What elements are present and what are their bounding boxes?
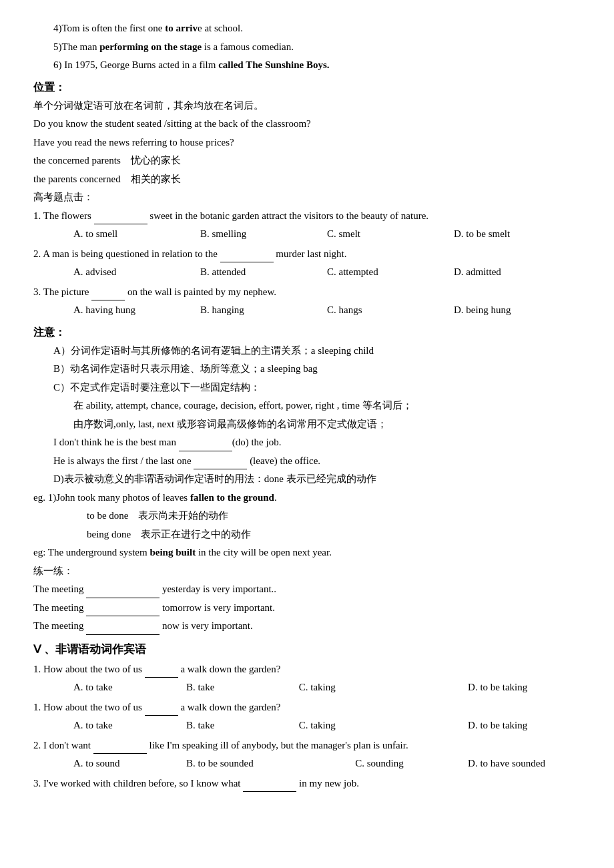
line-5: 5)The man performing on the stage is a f…: [33, 39, 581, 56]
q4b-opt-d: D. to be taking: [468, 717, 581, 734]
notes-title: 注意：: [33, 323, 581, 341]
practice-1-blank: [86, 588, 160, 598]
q3-opt-c: C. hangs: [327, 302, 454, 319]
q4b-stem: 1. How about the two of us a walk down t…: [33, 699, 581, 716]
q3-options: A. having hung B. hanging C. hangs D. be…: [33, 302, 581, 319]
q4a-opt-d: D. to be taking: [468, 679, 581, 696]
fill2: He is always the first / the last one (l…: [33, 453, 581, 470]
q3-opt-b: B. hanging: [200, 302, 327, 319]
practice-2-blank: [86, 606, 160, 616]
example-seated: Do you know the student seated /sitting …: [33, 116, 581, 133]
note-c1: 在 ability, attempt, chance, courage, dec…: [33, 397, 581, 415]
parents-concerned-2: the parents concerned 相关的家长: [33, 171, 581, 188]
q4a-blank: [145, 668, 178, 678]
line-4: 4)Tom is often the first one to arrive a…: [33, 20, 581, 37]
section5-title: Ⅴ 、非谓语动词作宾语: [33, 640, 581, 660]
q4b-opt-a: A. to take: [73, 717, 186, 734]
example-referring: Have you read the news referring to hous…: [33, 134, 581, 152]
document-body: 4)Tom is often the first one to arrive a…: [33, 20, 581, 792]
q5-opt-a: A. to sound: [73, 755, 186, 773]
q5-opt-d: D. to have sounded: [468, 755, 581, 773]
to-be-done: to be done 表示尚未开始的动作: [33, 507, 581, 525]
position-title: 位置：: [33, 78, 581, 96]
fill1-blank: [179, 441, 232, 451]
q4a-opt-c: C. taking: [299, 679, 468, 696]
q2-options: A. advised B. attended C. attempted D. a…: [33, 264, 581, 281]
arrive-rest: e at school.: [198, 23, 243, 33]
q4b-blank: [145, 706, 178, 716]
position-rule: 单个分词做定语可放在名词前，其余均放在名词后。: [33, 97, 581, 115]
q5-stem: 2. I don't want like I'm speaking ill of…: [33, 737, 581, 754]
bold-being-built: being built: [149, 547, 196, 558]
q2-stem: 2. A man is being questioned in relation…: [33, 246, 581, 263]
q1-opt-b: B. smelling: [200, 226, 327, 243]
bold-performing: performing on the stage: [99, 41, 202, 52]
bold-arrive: to arriv: [165, 23, 198, 33]
fill1: I don't think he is the best man (do) th…: [33, 434, 581, 451]
note-c: C）不定式作定语时要注意以下一些固定结构：: [33, 379, 581, 397]
practice-2: The meeting tomorrow is very important.: [33, 600, 581, 617]
q1-opt-c: C. smelt: [327, 226, 454, 243]
q2-opt-a: A. advised: [73, 264, 200, 281]
q5-opt-b: B. to be sounded: [186, 755, 355, 773]
q1-options: A. to smell B. smelling C. smelt D. to b…: [33, 226, 581, 243]
q3-opt-a: A. having hung: [73, 302, 200, 319]
q3-stem: 3. The picture on the wall is painted by…: [33, 284, 581, 301]
q2-opt-b: B. attended: [200, 264, 327, 281]
q1-opt-a: A. to smell: [73, 226, 200, 243]
q1-blank: [94, 214, 147, 224]
q6-stem: 3. I've worked with children before, so …: [33, 775, 581, 793]
q1-stem: 1. The flowers sweet in the botanic gard…: [33, 208, 581, 225]
q4b-opt-b: B. take: [186, 717, 299, 734]
note-d: D)表示被动意义的非谓语动词作定语时的用法：done 表示已经完成的动作: [33, 471, 581, 488]
practice-1: The meeting yesterday is very important.…: [33, 581, 581, 598]
note-b: B）动名词作定语时只表示用途、场所等意义；a sleeping bag: [33, 361, 581, 378]
bold-called: called The Sunshine Boys.: [218, 59, 329, 70]
q1-opt-d: D. to be smelt: [454, 226, 581, 243]
q5-opt-c: C. sounding: [355, 755, 468, 773]
bold-fallen: fallen to the ground: [190, 492, 274, 503]
eg1-line: eg. 1)John took many photos of leaves fa…: [33, 489, 581, 507]
q2-opt-d: D. admitted: [454, 264, 581, 281]
q5-blank: [93, 744, 147, 754]
q4a-opt-b: B. take: [186, 679, 299, 696]
line-6: 6) In 1975, George Burns acted in a film…: [33, 57, 581, 74]
q5-options: A. to sound B. to be sounded C. sounding…: [33, 755, 581, 773]
q4a-opt-a: A. to take: [73, 679, 186, 696]
concerned-parents-1: the concerned parents 忧心的家长: [33, 152, 581, 170]
q3-blank: [91, 290, 125, 300]
practice-3-blank: [86, 625, 160, 635]
q6-blank: [243, 782, 296, 792]
practice-title: 练一练：: [33, 563, 581, 580]
q2-opt-c: C. attempted: [327, 264, 454, 281]
q3-opt-d: D. being hung: [454, 302, 581, 319]
q4b-opt-c: C. taking: [299, 717, 468, 734]
eg2-line: eg: The underground system being built i…: [33, 544, 581, 562]
q4b-options: A. to take B. take C. taking D. to be ta…: [33, 717, 581, 734]
note-c2: 由序数词,only, last, next 或形容词最高级修饰的名词常用不定式做…: [33, 416, 581, 433]
q4a-options: A. to take B. take C. taking D. to be ta…: [33, 679, 581, 696]
q2-blank: [220, 252, 274, 262]
q4a-stem: 1. How about the two of us a walk down t…: [33, 661, 581, 678]
fill2-blank: [194, 459, 247, 469]
being-done: being done 表示正在进行之中的动作: [33, 526, 581, 544]
note-a: A）分词作定语时与其所修饰的名词有逻辑上的主谓关系；a sleeping chi…: [33, 343, 581, 360]
gaokao-title: 高考题点击：: [33, 189, 581, 206]
practice-3: The meeting now is very important.: [33, 618, 581, 635]
